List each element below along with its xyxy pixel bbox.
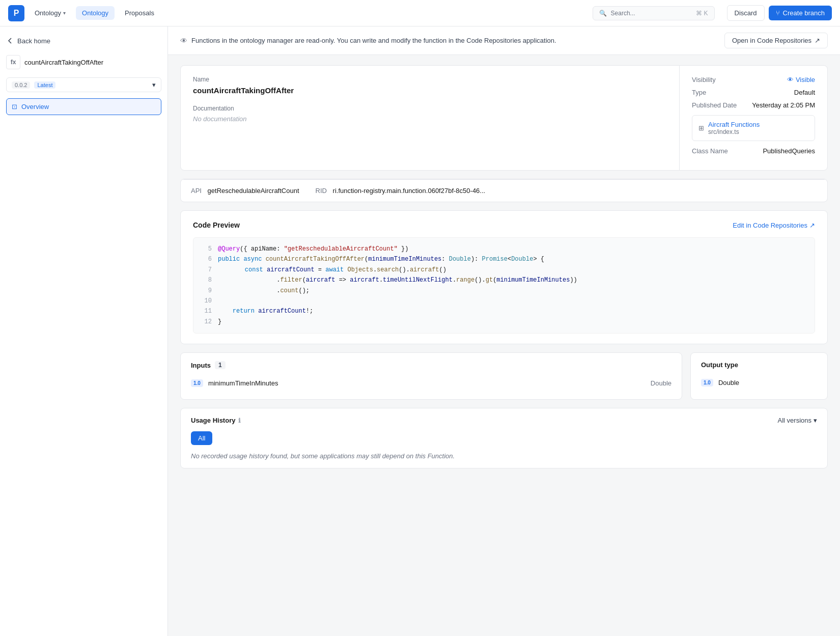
- open-in-code-repos-button[interactable]: Open in Code Repositories ↗: [724, 33, 828, 48]
- inputs-card: Inputs 1 1.0 minimumTimeInMinutes Double: [180, 352, 682, 400]
- class-name-row: Class Name PublishedQueries: [692, 147, 815, 155]
- api-value: getReschedulableAircraftCount: [208, 187, 299, 195]
- input-param-row: 1.0 minimumTimeInMinutes Double: [191, 375, 671, 391]
- overview-icon: ⊡: [12, 103, 17, 110]
- code-preview-card: Code Preview Edit in Code Repositories ↗…: [180, 210, 828, 344]
- layout: Back home fx countAircraftTakingOffAfter…: [0, 26, 840, 636]
- output-version-badge: 1.0: [701, 379, 713, 386]
- inputs-title: Inputs 1: [191, 361, 671, 369]
- no-history-text: No recorded usage history found, but som…: [191, 452, 817, 460]
- sidebar: Back home fx countAircraftTakingOffAfter…: [0, 26, 168, 636]
- sidebar-item-overview[interactable]: ⊡ Overview: [6, 98, 161, 115]
- edit-in-code-repos-link[interactable]: Edit in Code Repositories ↗: [733, 222, 815, 229]
- code-header: Code Preview Edit in Code Repositories ↗: [193, 221, 815, 229]
- rid-value: ri.function-registry.main.function.060f2…: [333, 187, 486, 195]
- info-icon: ℹ: [238, 417, 241, 424]
- repo-path: src/index.ts: [708, 128, 760, 135]
- api-rid-card: API getReschedulableAircraftCount RID ri…: [180, 179, 828, 202]
- function-title: countAircraftTakingOffAfter: [24, 59, 103, 66]
- io-row: Inputs 1 1.0 minimumTimeInMinutes Double…: [180, 352, 828, 400]
- input-param-type: Double: [651, 379, 671, 387]
- search-bar[interactable]: 🔍 Search... ⌘ K: [593, 6, 715, 20]
- fx-icon: fx: [6, 55, 20, 69]
- visibility-value: 👁 Visible: [787, 76, 815, 84]
- external-link-icon-2: ↗: [809, 222, 815, 229]
- all-versions-dropdown[interactable]: All versions ▾: [778, 417, 817, 424]
- function-name-value: countAircraftTakingOffAfter: [193, 86, 667, 95]
- eye-small-icon: 👁: [787, 76, 794, 84]
- rid-label: RID: [316, 187, 327, 195]
- input-version-badge: 1.0: [191, 379, 203, 387]
- input-param-name: minimumTimeInMinutes: [208, 379, 646, 387]
- code-preview-title: Code Preview: [193, 221, 240, 229]
- name-label: Name: [193, 76, 667, 83]
- nav-tab-ontology-dropdown[interactable]: Ontology ▾: [29, 6, 72, 20]
- output-card: Output type 1.0 Double: [690, 352, 828, 400]
- meta-left: Name countAircraftTakingOffAfter Documen…: [181, 66, 680, 170]
- api-label: API: [191, 187, 202, 195]
- inputs-count: 1: [215, 361, 226, 369]
- nav-tab-ontology[interactable]: Ontology: [76, 6, 115, 20]
- code-line-11: 11 return aircraftCount!;: [202, 306, 806, 316]
- back-arrow-icon: [6, 37, 14, 45]
- chevron-down-icon: ▾: [63, 10, 66, 16]
- version-chevron-icon: ▾: [152, 81, 156, 89]
- version-number: 0.0.2: [12, 81, 30, 89]
- nav-actions: Discard ⑂ Create branch: [727, 5, 832, 21]
- app-logo: P: [8, 5, 24, 21]
- function-title-row: fx countAircraftTakingOffAfter: [6, 53, 161, 71]
- doc-value: No documentation: [193, 115, 667, 123]
- visibility-row: Visibility 👁 Visible: [692, 76, 815, 84]
- output-title: Output type: [701, 361, 817, 369]
- content-area: Name countAircraftTakingOffAfter Documen…: [168, 55, 840, 479]
- meta-right: Visibility 👁 Visible Type Default Publis…: [680, 66, 827, 170]
- version-selector[interactable]: 0.0.2 Latest ▾: [6, 77, 161, 92]
- code-line-5: 5 @Query({ apiName: "getReschedulableAir…: [202, 244, 806, 254]
- output-param-name: Double: [718, 379, 817, 386]
- meta-card: Name countAircraftTakingOffAfter Documen…: [180, 65, 828, 171]
- search-shortcut: ⌘ K: [696, 10, 708, 17]
- latest-badge: Latest: [34, 81, 55, 89]
- repo-icon: ⊞: [698, 124, 704, 132]
- top-nav: P Ontology ▾ Ontology Proposals 🔍 Search…: [0, 0, 840, 26]
- repo-ref[interactable]: ⊞ Aircraft Functions src/index.ts: [692, 115, 815, 141]
- nav-tab-proposals[interactable]: Proposals: [119, 6, 160, 20]
- external-link-icon: ↗: [815, 37, 820, 44]
- code-line-10: 10: [202, 296, 806, 306]
- output-param-row: 1.0 Double: [701, 375, 817, 391]
- type-row: Type Default: [692, 89, 815, 96]
- code-line-9: 9 .count();: [202, 286, 806, 296]
- branch-icon: ⑂: [776, 9, 780, 17]
- discard-button[interactable]: Discard: [727, 5, 765, 21]
- api-rid-row: API getReschedulableAircraftCount RID ri…: [181, 179, 827, 202]
- usage-header: Usage History ℹ All versions ▾: [191, 417, 817, 424]
- readonly-banner: 👁 Functions in the ontology manager are …: [168, 26, 840, 55]
- create-branch-button[interactable]: ⑂ Create branch: [769, 6, 832, 20]
- code-line-8: 8 .filter(aircraft => aircraft.timeUntil…: [202, 275, 806, 285]
- doc-label: Documentation: [193, 105, 667, 112]
- back-home-link[interactable]: Back home: [6, 35, 161, 47]
- code-line-12: 12 }: [202, 317, 806, 327]
- main-content: 👁 Functions in the ontology manager are …: [168, 26, 840, 636]
- all-versions-chevron-icon: ▾: [814, 417, 817, 424]
- eye-icon: 👁: [180, 37, 187, 45]
- search-icon: 🔍: [599, 10, 607, 17]
- code-block: 5 @Query({ apiName: "getReschedulableAir…: [193, 237, 815, 334]
- published-row: Published Date Yesterday at 2:05 PM: [692, 101, 815, 109]
- code-line-7: 7 const aircraftCount = await Objects.se…: [202, 265, 806, 275]
- code-line-6: 6 public async countAircraftTakingOffAft…: [202, 254, 806, 264]
- repo-name: Aircraft Functions: [708, 121, 760, 128]
- all-filter-button[interactable]: All: [191, 431, 212, 445]
- usage-history-card: Usage History ℹ All versions ▾ All No re…: [180, 408, 828, 468]
